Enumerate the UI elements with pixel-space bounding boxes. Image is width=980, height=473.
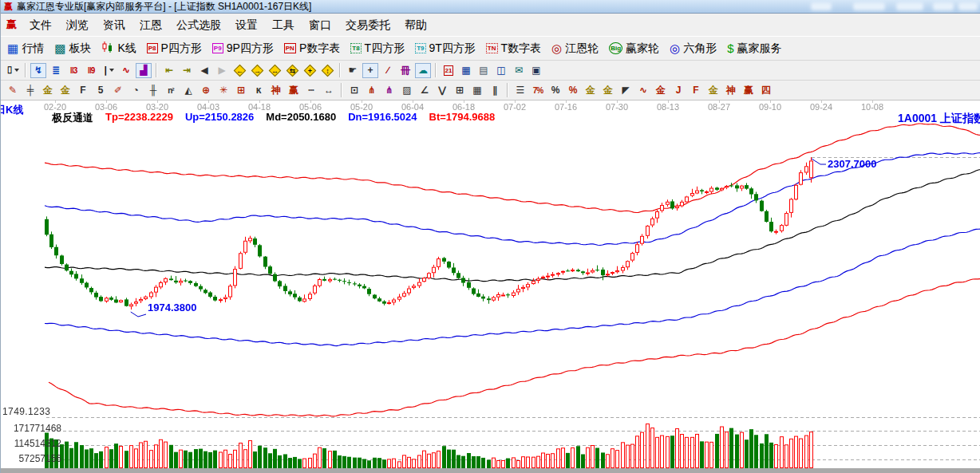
period-candle-dropdown-icon[interactable]: ⌷ — [5, 63, 21, 78]
cycle-clock-icon[interactable]: ◔ — [128, 83, 144, 98]
toolbar-item-t-square[interactable]: T8T四方形 — [350, 41, 405, 56]
gold-circle-icon[interactable]: 金 — [583, 83, 599, 98]
gann-grid-icon[interactable]: ⊞ — [452, 83, 468, 98]
titlebar-button-blurred[interactable] — [958, 2, 978, 10]
spiral-ruler-icon[interactable]: 5 — [93, 83, 109, 98]
remote-pc-icon[interactable]: ▣ — [528, 63, 544, 78]
toolbar-item-kline[interactable]: K线 — [101, 41, 136, 56]
toolbar-item-quotes[interactable]: ▦行情 — [7, 41, 44, 56]
angle-gold-icon[interactable]: 金 — [705, 83, 721, 98]
fibonacci-ruler-icon[interactable]: F — [75, 83, 91, 98]
calendar-21-icon[interactable]: 21 — [441, 63, 456, 78]
volume-histogram-icon[interactable]: ▟ — [136, 63, 152, 78]
shift-right-icon[interactable]: → — [249, 63, 265, 78]
toolbar-item-p-number-table[interactable]: PNP数字表 — [284, 41, 340, 56]
toolbar-item-t-number-table[interactable]: TNT数字表 — [486, 41, 541, 56]
circle-cross-icon[interactable]: ⊕ — [198, 83, 214, 98]
pattern-zoom-icon[interactable]: ↯ — [30, 63, 46, 78]
percent-7-icon[interactable]: 7% — [530, 83, 546, 98]
menu-item-settings[interactable]: 设置 — [228, 14, 265, 35]
trend-measure-icon[interactable]: ∕ — [380, 63, 396, 78]
pan-hand-icon[interactable]: ☛ — [345, 63, 361, 78]
v-lines-icon[interactable]: ⋁ — [434, 83, 450, 98]
toolbar-item-9p-square[interactable]: P99P四方形 — [212, 41, 274, 56]
menu-item-gann[interactable]: 江恩 — [132, 14, 169, 35]
percent-line-icon[interactable]: % — [565, 83, 581, 98]
flag-tool-icon[interactable]: ◤ — [618, 83, 634, 98]
shen-ruler-icon[interactable]: 神 — [268, 83, 284, 98]
menu-item-file[interactable]: 文件 — [22, 14, 59, 35]
toolbar-item-sectors[interactable]: ▩板块 — [54, 41, 91, 56]
menu-item-news[interactable]: 资讯 — [96, 14, 132, 35]
toolbar-item-winner-wheel[interactable]: Big赢家轮 — [609, 41, 659, 56]
angle-si-icon[interactable]: 四 — [758, 83, 774, 98]
period-tab-daily-kline[interactable]: 日K线 — [1, 103, 23, 117]
menu-item-tools[interactable]: 工具 — [265, 14, 302, 35]
notes-icon[interactable]: ▤ — [476, 63, 492, 78]
angle-f-icon[interactable]: F — [688, 83, 704, 98]
fan-box-icon[interactable]: ▨ — [399, 83, 415, 98]
candle-style-dropdown-icon[interactable]: ∣ — [101, 63, 117, 78]
wave-tool-icon[interactable]: ∿ — [635, 83, 651, 98]
toolbar-item-winner-service[interactable]: $赢家服务 — [727, 41, 781, 56]
kline-chart-canvas[interactable] — [1, 101, 980, 473]
menu-item-trade-order[interactable]: 交易委托 — [338, 14, 397, 35]
angle-shen-icon[interactable]: 神 — [723, 83, 739, 98]
zoom-out-all-icon[interactable]: ↕ — [319, 63, 335, 78]
star-burst-icon[interactable]: ✳ — [215, 83, 231, 98]
parallel-lines-icon[interactable]: ∥ — [487, 83, 503, 98]
toolbar-item-9t-square[interactable]: T99T四方形 — [415, 41, 476, 56]
save-icon[interactable]: ◫ — [493, 63, 509, 78]
shift-left-icon[interactable]: ← — [231, 63, 247, 78]
gold-ratio-ruler-icon[interactable]: 金 — [40, 83, 56, 98]
gold-section-ruler-icon[interactable]: 金 — [57, 83, 73, 98]
box-measure-icon[interactable]: ⊡ — [346, 83, 362, 98]
nav-next-icon[interactable]: ▶ — [214, 63, 230, 78]
gann-fan-red-icon[interactable]: ⋔ — [364, 83, 380, 98]
grid-center-icon[interactable]: ⊞ — [233, 83, 249, 98]
angle-j-icon[interactable]: J — [670, 83, 686, 98]
mirror-triangle-icon[interactable]: ◭ — [180, 83, 196, 98]
expand-horizontal-icon[interactable]: ↔ — [267, 63, 283, 78]
menu-item-help[interactable]: 帮助 — [397, 14, 434, 35]
ruler-123-icon[interactable]: ┉ — [303, 83, 319, 98]
plain-comb-icon[interactable]: ╫ — [145, 83, 161, 98]
pen-tool-icon[interactable]: ✎ — [5, 83, 21, 98]
zoom-in-all-icon[interactable]: + — [302, 63, 318, 78]
mail-globe-icon[interactable]: ✉ — [511, 63, 527, 78]
nav-last-icon[interactable]: ⇥ — [179, 63, 195, 78]
percent-icon[interactable]: % — [547, 83, 563, 98]
angle-ying-icon[interactable]: 赢 — [741, 83, 757, 98]
titlebar-button-blurred[interactable] — [896, 2, 923, 10]
smart-analysis-icon[interactable]: ☁ — [415, 63, 431, 78]
ma-9-icon[interactable]: ‖9 — [83, 63, 99, 78]
width-measure-icon[interactable]: ↔ — [321, 83, 337, 98]
menu-item-formula-stock-pick[interactable]: 公式选股 — [169, 14, 228, 35]
calculator-icon[interactable]: ▦ — [458, 63, 474, 78]
angle-lines-icon[interactable]: ∠ — [417, 83, 433, 98]
marker-pen-icon[interactable]: ✐ — [110, 83, 126, 98]
crosshair-icon[interactable]: + — [362, 63, 378, 78]
pattern-outline-icon[interactable]: ∿ — [118, 63, 134, 78]
square-of-n-icon[interactable]: n² — [163, 83, 179, 98]
toolbar-item-p-square[interactable]: P8P四方形 — [147, 41, 202, 56]
score-bars-icon[interactable]: ☰ — [512, 83, 528, 98]
info-panel-icon[interactable]: ≣ — [48, 63, 64, 78]
ying-ruler-icon[interactable]: 赢 — [286, 83, 302, 98]
gold-red-icon[interactable]: 金 — [653, 83, 669, 98]
titlebar-button-blurred[interactable] — [853, 2, 885, 10]
menu-item-window[interactable]: 窗口 — [302, 14, 338, 35]
ma-3-icon[interactable]: ‖3 — [65, 63, 81, 78]
k-marks-icon[interactable]: ĸ — [251, 83, 267, 98]
compress-horizontal-icon[interactable]: ⇆ — [284, 63, 300, 78]
comb-ruler-icon[interactable]: ╪ — [22, 83, 38, 98]
horizontal-scrollbar[interactable] — [1, 468, 980, 473]
titlebar-button-blurred[interactable] — [811, 2, 832, 10]
nav-prev-icon[interactable]: ◀ — [196, 63, 212, 78]
gann-grid-tool-icon[interactable]: 冊 — [397, 63, 413, 78]
gann-grid-dense-icon[interactable]: ▦ — [469, 83, 485, 98]
menu-item-browse[interactable]: 浏览 — [59, 14, 96, 35]
gann-fan-purple-icon[interactable]: ⋔ — [381, 83, 397, 98]
nav-first-icon[interactable]: ⇤ — [161, 63, 177, 78]
toolbar-item-hexagon[interactable]: ◎六角形 — [670, 41, 717, 56]
